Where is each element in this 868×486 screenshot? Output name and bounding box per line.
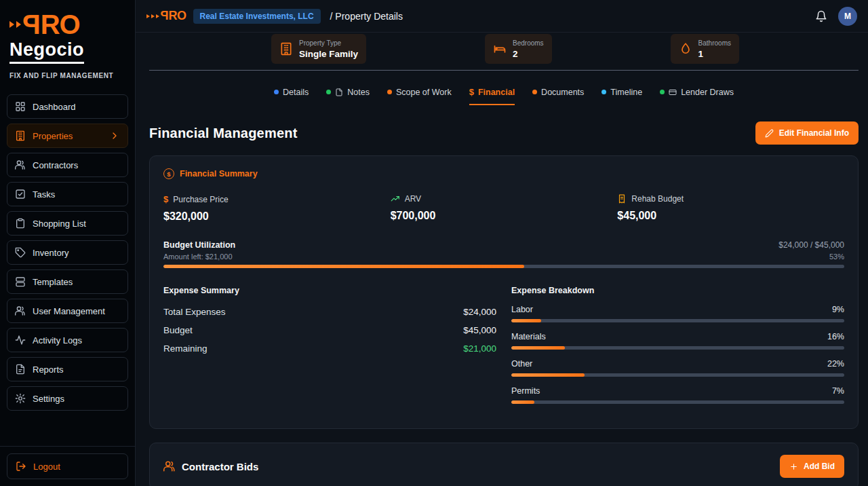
sidebar-item-user-management[interactable]: User Management xyxy=(7,299,128,323)
bathrooms-value: 1 xyxy=(698,49,731,59)
rehab-budget-value: $45,000 xyxy=(617,210,844,222)
users-icon xyxy=(15,305,26,316)
plus-icon xyxy=(789,462,798,471)
financial-summary-title: Financial Summary xyxy=(180,169,258,179)
building-icon xyxy=(279,42,293,56)
arv-metric: ARV $700,000 xyxy=(391,194,618,223)
sidebar-item-properties[interactable]: Properties xyxy=(7,124,128,148)
dollar-icon xyxy=(469,87,474,97)
chevron-right-icon xyxy=(109,130,120,141)
tag-icon xyxy=(15,247,26,258)
breakdown-row-materials: Materials 16% xyxy=(511,332,844,350)
user-avatar[interactable]: M xyxy=(838,7,857,26)
sidebar-item-label: Settings xyxy=(33,394,64,404)
breakdown-row-permits: Permits 7% xyxy=(511,386,844,404)
logout-icon xyxy=(16,461,26,472)
sidebar-item-tasks[interactable]: Tasks xyxy=(7,182,128,206)
add-bid-button[interactable]: Add Bid xyxy=(780,455,844,478)
property-type-label: Property Type xyxy=(299,39,358,47)
clipboard-icon xyxy=(15,218,26,229)
bath-icon xyxy=(679,42,692,56)
card-icon xyxy=(669,88,677,96)
sidebar-item-settings[interactable]: Settings xyxy=(7,386,128,411)
expense-summary: Expense Summary Total Expenses $24,000 B… xyxy=(163,286,496,413)
expense-breakdown-title: Expense Breakdown xyxy=(511,286,844,295)
materials-progress-bar xyxy=(511,346,844,350)
notifications-button[interactable] xyxy=(815,10,827,22)
sidebar-item-label: Properties xyxy=(33,131,73,141)
gear-icon xyxy=(15,393,26,404)
logo-arrow-icon xyxy=(146,14,150,18)
tab-scope-of-work[interactable]: Scope of Work xyxy=(387,87,452,105)
people-icon xyxy=(163,460,176,472)
bedrooms-value: 2 xyxy=(513,49,544,59)
bathrooms-label: Bathrooms xyxy=(698,39,731,47)
sidebar-item-inventory[interactable]: Inventory xyxy=(7,240,128,265)
sidebar-item-label: Shopping List xyxy=(33,219,86,229)
sidebar-item-dashboard[interactable]: Dashboard xyxy=(7,94,128,119)
expense-summary-title: Expense Summary xyxy=(163,286,496,295)
receipt-icon xyxy=(617,194,627,204)
sidebar-item-label: Reports xyxy=(33,364,64,375)
budget-utilization-title: Budget Utilization xyxy=(163,240,235,250)
contractor-bids-title: Contractor Bids xyxy=(182,461,258,472)
sidebar-item-label: Templates xyxy=(33,277,73,287)
budget-percent-label: 53% xyxy=(829,253,844,261)
logout-button[interactable]: Logout xyxy=(7,453,128,479)
budget-utilization: Budget Utilization $24,000 / $45,000 Amo… xyxy=(163,240,844,268)
scope-dot-icon xyxy=(387,90,392,94)
top-header: PRO Real Estate Investments, LLC / Prope… xyxy=(136,0,868,33)
lender-draws-dot-icon xyxy=(660,90,665,94)
logo-arrow-icon xyxy=(16,21,21,28)
sidebar-item-label: User Management xyxy=(33,306,105,316)
tab-timeline[interactable]: Timeline xyxy=(601,87,642,105)
tab-documents[interactable]: Documents xyxy=(532,87,584,105)
building-icon xyxy=(15,130,26,141)
trend-up-icon xyxy=(391,194,400,204)
purchase-price-metric: Purchase Price $320,000 xyxy=(163,194,391,223)
sidebar-item-shopping-list[interactable]: Shopping List xyxy=(7,211,128,236)
sidebar-item-label: Contractors xyxy=(33,160,78,170)
rehab-budget-metric: Rehab Budget $45,000 xyxy=(617,194,844,223)
tab-details[interactable]: Details xyxy=(274,87,309,105)
sidebar-footer: Logout xyxy=(0,446,135,486)
sidebar-item-label: Inventory xyxy=(33,248,68,258)
grid-icon xyxy=(15,101,26,112)
arv-value: $700,000 xyxy=(391,210,618,222)
logo-arrow-icon xyxy=(9,21,14,28)
tab-notes[interactable]: Notes xyxy=(326,87,370,105)
property-type-value: Single Family xyxy=(299,49,358,59)
purchase-price-value: $320,000 xyxy=(163,210,391,223)
breakdown-row-other: Other 22% xyxy=(511,359,844,377)
logo-arrow-icon xyxy=(156,14,159,18)
notes-dot-icon xyxy=(326,90,331,94)
main-area: PRO Real Estate Investments, LLC / Prope… xyxy=(136,0,868,486)
permits-progress-bar xyxy=(511,400,844,404)
page-title: Financial Management xyxy=(149,126,298,141)
tab-lender-draws[interactable]: Lender Draws xyxy=(660,87,734,105)
dollar-icon xyxy=(163,194,168,204)
expense-row-budget: Budget $45,000 xyxy=(163,323,496,337)
header-logo: PRO xyxy=(146,9,186,23)
expense-row-total: Total Expenses $24,000 xyxy=(163,305,496,319)
budget-progress-bar xyxy=(163,265,844,268)
sidebar-item-templates[interactable]: Templates xyxy=(7,269,128,294)
people-icon xyxy=(15,160,26,170)
tab-financial[interactable]: Financial xyxy=(469,87,515,105)
bed-icon xyxy=(493,42,507,56)
edit-financial-info-button[interactable]: Edit Financial Info xyxy=(755,122,859,145)
sidebar-nav: Dashboard Properties Contractors Tasks S… xyxy=(0,86,135,446)
labor-progress-bar xyxy=(511,319,844,322)
app-logo: PRO Negocio FIX AND FLIP MANAGEMENT xyxy=(0,0,135,86)
sidebar-item-label: Activity Logs xyxy=(33,335,82,345)
sidebar-item-activity-logs[interactable]: Activity Logs xyxy=(7,328,128,352)
company-badge[interactable]: Real Estate Investments, LLC xyxy=(193,9,321,24)
amount-left-label: Amount left: $21,000 xyxy=(163,253,233,261)
sidebar-item-reports[interactable]: Reports xyxy=(7,357,128,381)
breakdown-row-labor: Labor 9% xyxy=(511,305,844,322)
property-tabs: Details Notes Scope of Work Financial Do… xyxy=(149,71,859,105)
sidebar-item-contractors[interactable]: Contractors xyxy=(7,153,128,177)
details-dot-icon xyxy=(274,90,279,94)
financial-metrics: Purchase Price $320,000 ARV $700,000 Reh… xyxy=(163,194,844,223)
expense-row-remaining: Remaining $21,000 xyxy=(163,341,496,356)
